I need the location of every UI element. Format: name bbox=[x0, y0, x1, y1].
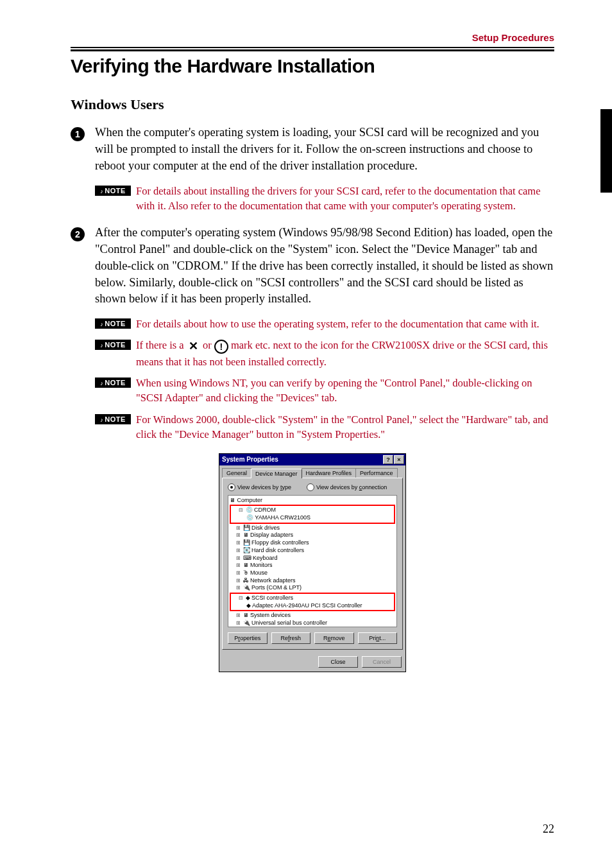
tree-item[interactable]: ⊞ ⌨ Keyboard bbox=[230, 555, 395, 562]
tree-item[interactable]: ⊞ 🔌 Universal serial bus controller bbox=[230, 620, 395, 627]
step-1-marker: 1 bbox=[71, 125, 95, 175]
tree-cdrom[interactable]: ⊟ 💿 CDROM bbox=[232, 507, 393, 514]
tree-item[interactable]: ⊞ 🖥 Monitors bbox=[230, 562, 395, 569]
tree-cdrom-child[interactable]: 💿 YAMAHA CRW2100S bbox=[237, 514, 393, 522]
note-5-text: For Windows 2000, double-click "System" … bbox=[136, 412, 554, 442]
step-1-text: When the computer's operating system is … bbox=[95, 125, 554, 175]
dialog-button-row: Close Cancel bbox=[219, 652, 405, 672]
page-title: Verifying the Hardware Installation bbox=[71, 55, 554, 77]
help-button[interactable]: ? bbox=[383, 455, 393, 464]
x-mark-icon: ✕ bbox=[189, 338, 198, 354]
radio-icon bbox=[228, 483, 235, 491]
close-button[interactable]: × bbox=[394, 455, 404, 464]
refresh-button[interactable]: Refresh bbox=[271, 632, 311, 644]
tree-item[interactable]: ⊞ 🖥 System devices bbox=[230, 612, 395, 620]
scsi-highlight: ⊟ ◆ SCSI controllers ◆ Adaptec AHA-2940A… bbox=[230, 593, 395, 611]
step-2-text: After the computer's operating system (W… bbox=[95, 225, 554, 308]
subheading: Windows Users bbox=[71, 96, 554, 113]
cancel-button: Cancel bbox=[362, 656, 402, 668]
device-tree[interactable]: 🖥 Computer ⊟ 💿 CDROM 💿 YAMAHA CRW2100S ⊞… bbox=[228, 495, 397, 627]
step-1: 1 When the computer's operating system i… bbox=[71, 125, 554, 175]
note-badge: ♪NOTE bbox=[95, 378, 131, 388]
panel-button-row: Properties Refresh Remove Print... bbox=[228, 632, 397, 644]
remove-button[interactable]: Remove bbox=[314, 632, 354, 644]
note-badge: ♪NOTE bbox=[95, 414, 131, 424]
note-4: ♪NOTE When using Windows NT, you can ver… bbox=[95, 376, 554, 405]
window-titlebar: System Properties ?× bbox=[219, 454, 405, 465]
note-3-text: If there is a ✕ or ! mark etc. next to t… bbox=[136, 338, 554, 369]
tree-item[interactable]: ⊞ 🖱 Mouse bbox=[230, 569, 395, 577]
note-2-text: For details about how to use the operati… bbox=[136, 317, 554, 331]
running-header: Setup Procedures bbox=[71, 32, 554, 43]
tree-item[interactable]: ⊞ 🖥 Display adapters bbox=[230, 532, 395, 539]
tab-device-manager[interactable]: Device Manager bbox=[251, 469, 302, 478]
step-2: 2 After the computer's operating system … bbox=[71, 225, 554, 308]
note-1: ♪NOTE For details about installing the d… bbox=[95, 184, 554, 213]
note-5: ♪NOTE For Windows 2000, double-click "Sy… bbox=[95, 412, 554, 442]
tree-scsi[interactable]: ⊟ ◆ SCSI controllers bbox=[232, 595, 393, 602]
tab-hardware-profiles[interactable]: Hardware Profiles bbox=[302, 468, 357, 478]
note-3: ♪NOTE If there is a ✕ or ! mark etc. nex… bbox=[95, 338, 554, 369]
print-button[interactable]: Print... bbox=[358, 632, 398, 644]
note-badge: ♪NOTE bbox=[95, 340, 131, 350]
tree-item[interactable]: ⊞ 💽 Hard disk controllers bbox=[230, 547, 395, 555]
tree-item[interactable]: ⊞ 🔌 Ports (COM & LPT) bbox=[230, 584, 395, 592]
tree-root-node[interactable]: 🖥 Computer bbox=[230, 497, 395, 505]
cdrom-highlight: ⊟ 💿 CDROM 💿 YAMAHA CRW2100S bbox=[230, 505, 395, 523]
side-thumb-tab bbox=[600, 109, 612, 193]
window-title: System Properties bbox=[222, 456, 278, 463]
tab-general[interactable]: General bbox=[222, 468, 251, 478]
page-number: 22 bbox=[543, 822, 554, 836]
tree-scsi-child[interactable]: ◆ Adaptec AHA-2940AU PCI SCSI Controller bbox=[237, 602, 393, 610]
radio-by-connection[interactable]: View devices by connection bbox=[307, 483, 387, 491]
tab-panel: View devices by type View devices by con… bbox=[222, 478, 403, 650]
screenshot-figure: System Properties ?× General Device Mana… bbox=[71, 453, 554, 672]
properties-button[interactable]: Properties bbox=[228, 632, 268, 644]
tab-performance[interactable]: Performance bbox=[355, 468, 398, 478]
tree-item[interactable]: ⊞ 🖧 Network adapters bbox=[230, 577, 395, 585]
note-badge: ♪NOTE bbox=[95, 318, 131, 329]
exclamation-circle-icon: ! bbox=[214, 340, 228, 354]
step-2-marker: 2 bbox=[71, 225, 95, 308]
page: Setup Procedures Verifying the Hardware … bbox=[0, 0, 612, 868]
radio-icon bbox=[307, 483, 314, 491]
note-badge: ♪NOTE bbox=[95, 186, 131, 196]
tree-item[interactable]: ⊞ 💾 Floppy disk controllers bbox=[230, 539, 395, 547]
tab-strip: General Device Manager Hardware Profiles… bbox=[219, 465, 405, 478]
view-mode-radios: View devices by type View devices by con… bbox=[228, 483, 397, 491]
titlebar-buttons: ?× bbox=[382, 455, 404, 464]
note-4-text: When using Windows NT, you can verify by… bbox=[136, 376, 554, 405]
title-block: Verifying the Hardware Installation bbox=[71, 49, 554, 77]
note-2: ♪NOTE For details about how to use the o… bbox=[95, 317, 554, 331]
note-1-text: For details about installing the drivers… bbox=[136, 184, 554, 213]
header-rule bbox=[71, 47, 554, 48]
system-properties-window: System Properties ?× General Device Mana… bbox=[219, 453, 406, 672]
tree-item[interactable]: ⊞ 💾 Disk drives bbox=[230, 525, 395, 532]
radio-by-type[interactable]: View devices by type bbox=[228, 483, 291, 491]
close-button[interactable]: Close bbox=[318, 656, 358, 668]
